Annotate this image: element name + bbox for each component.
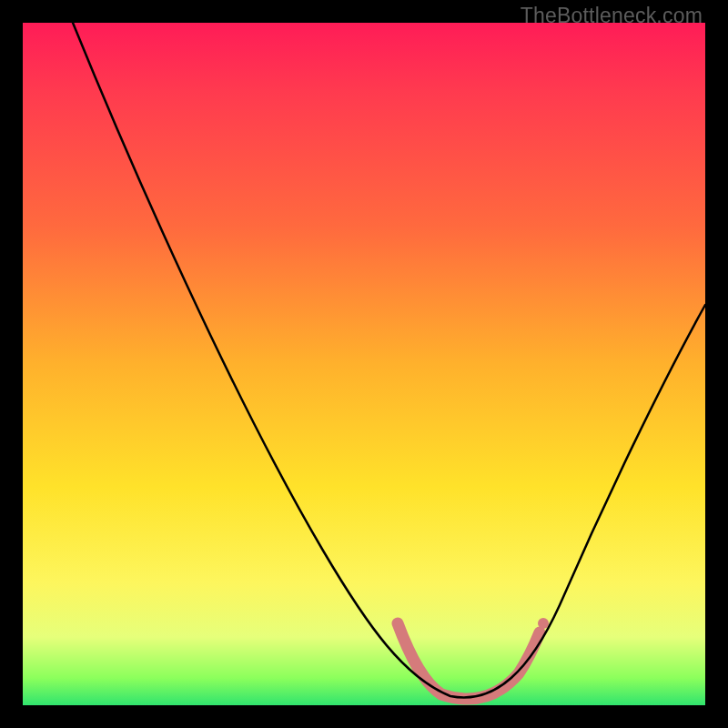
curve-highlight-dot (538, 618, 549, 629)
curve-main (73, 23, 705, 698)
plot-area (23, 23, 705, 705)
curve-highlight (398, 623, 540, 699)
bottleneck-curve-svg (23, 23, 705, 705)
outer-black-frame: TheBottleneck.com (0, 0, 728, 728)
